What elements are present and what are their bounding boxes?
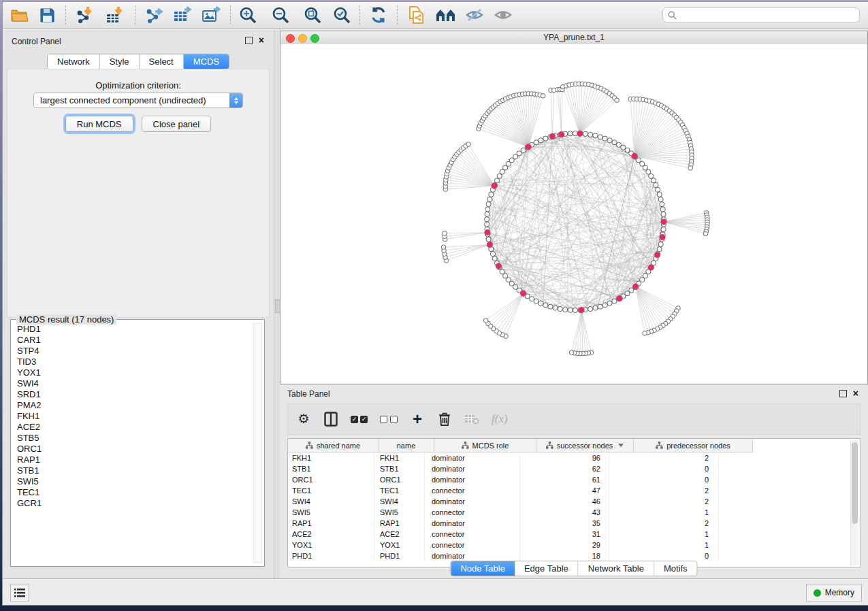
- network-node[interactable]: [612, 299, 617, 303]
- network-node[interactable]: [654, 182, 658, 187]
- network-node[interactable]: [563, 308, 568, 312]
- network-node[interactable]: [643, 331, 647, 336]
- mcds-result-item[interactable]: PHD1: [17, 324, 253, 335]
- dominator-node[interactable]: [485, 230, 491, 236]
- network-node[interactable]: [490, 252, 495, 257]
- mcds-result-item[interactable]: CAR1: [17, 335, 253, 346]
- refresh-layout-icon[interactable]: [368, 5, 389, 24]
- network-node[interactable]: [607, 138, 612, 143]
- table-row[interactable]: TEC1TEC1connector472: [288, 485, 850, 496]
- search-input[interactable]: [680, 10, 859, 20]
- mcds-result-item[interactable]: STB1: [17, 465, 253, 476]
- network-node[interactable]: [443, 231, 447, 236]
- table-scrollbar[interactable]: [850, 440, 858, 565]
- table-row[interactable]: ORC1ORC1dominator610: [288, 474, 850, 485]
- table-row[interactable]: SWI4SWI4dominator462: [288, 496, 850, 507]
- export-network-icon[interactable]: [144, 5, 165, 24]
- dominator-node[interactable]: [579, 307, 585, 313]
- network-node[interactable]: [602, 136, 607, 141]
- network-node[interactable]: [485, 222, 489, 227]
- table-row[interactable]: ACE2ACE2connector311: [288, 529, 850, 540]
- network-node[interactable]: [569, 350, 574, 355]
- table-row[interactable]: STB1STB1dominator620: [288, 463, 850, 474]
- network-node[interactable]: [548, 304, 553, 309]
- mcds-result-item[interactable]: YOX1: [17, 367, 253, 378]
- delete-row-icon[interactable]: [437, 410, 452, 428]
- dominator-node[interactable]: [617, 295, 623, 301]
- network-node[interactable]: [497, 174, 502, 178]
- network-node[interactable]: [703, 231, 708, 236]
- mcds-result-item[interactable]: SWI5: [17, 476, 253, 487]
- network-node[interactable]: [485, 217, 489, 222]
- mcds-result-item[interactable]: ORC1: [17, 444, 253, 455]
- network-graph[interactable]: [280, 44, 867, 384]
- tab-node-table[interactable]: Node Table: [451, 561, 515, 576]
- network-window-titlebar[interactable]: YPA_prune.txt_1: [280, 31, 867, 45]
- dominator-node[interactable]: [632, 284, 639, 290]
- network-node[interactable]: [568, 308, 573, 312]
- export-table-icon[interactable]: [173, 5, 193, 24]
- table-row[interactable]: SWI5SWI5connector431: [288, 507, 850, 518]
- memory-button[interactable]: Memory: [806, 584, 862, 601]
- column-header-shared-name[interactable]: shared name: [288, 439, 379, 452]
- network-node[interactable]: [656, 187, 660, 192]
- select-all-icon[interactable]: ✓✓: [351, 410, 368, 428]
- zoom-in-icon[interactable]: [238, 5, 258, 24]
- network-node[interactable]: [649, 174, 654, 178]
- tab-edge-table[interactable]: Edge Table: [515, 561, 579, 576]
- network-node[interactable]: [607, 301, 612, 306]
- table-row[interactable]: FKH1FKH1dominator962: [288, 452, 850, 463]
- dominator-node[interactable]: [487, 242, 493, 248]
- network-node[interactable]: [615, 98, 620, 103]
- task-history-button[interactable]: [10, 584, 29, 601]
- first-neighbors-icon[interactable]: [436, 5, 456, 24]
- network-canvas[interactable]: [280, 44, 867, 384]
- network-node[interactable]: [598, 304, 602, 309]
- network-node[interactable]: [441, 245, 446, 250]
- network-node[interactable]: [612, 140, 617, 145]
- export-image-icon[interactable]: [202, 5, 222, 24]
- network-node[interactable]: [483, 318, 488, 323]
- dominator-node[interactable]: [648, 265, 654, 271]
- open-file-icon[interactable]: [10, 5, 30, 24]
- network-node[interactable]: [661, 227, 666, 232]
- criterion-dropdown[interactable]: largest connected component (undirected): [33, 93, 243, 108]
- mcds-result-item[interactable]: GCR1: [17, 498, 253, 509]
- mcds-result-item[interactable]: STP4: [17, 346, 253, 357]
- network-node[interactable]: [593, 306, 598, 310]
- network-node[interactable]: [651, 178, 656, 183]
- float-panel-icon[interactable]: [245, 37, 253, 44]
- network-node[interactable]: [660, 207, 665, 212]
- dominator-node[interactable]: [496, 263, 502, 269]
- dominator-node[interactable]: [549, 133, 556, 139]
- show-all-icon[interactable]: [493, 5, 513, 24]
- network-node[interactable]: [466, 142, 471, 147]
- network-node[interactable]: [588, 132, 593, 137]
- close-table-panel-icon[interactable]: ×: [853, 391, 858, 397]
- dominator-node[interactable]: [632, 153, 638, 159]
- mcds-result-item[interactable]: TID3: [17, 357, 253, 367]
- network-node[interactable]: [541, 94, 545, 99]
- search-field[interactable]: [662, 7, 860, 22]
- network-node[interactable]: [658, 242, 663, 246]
- hide-selected-icon[interactable]: [464, 5, 485, 24]
- dominator-node[interactable]: [660, 234, 666, 240]
- network-node[interactable]: [487, 197, 492, 201]
- zoom-fit-icon[interactable]: [302, 5, 323, 24]
- mcds-result-item[interactable]: ACE2: [17, 422, 253, 433]
- tab-style[interactable]: Style: [100, 54, 140, 69]
- network-node[interactable]: [543, 303, 548, 308]
- network-node[interactable]: [657, 247, 662, 252]
- tab-select[interactable]: Select: [140, 54, 184, 69]
- network-node[interactable]: [657, 192, 662, 197]
- tab-network-table[interactable]: Network Table: [579, 561, 654, 576]
- tab-network[interactable]: Network: [48, 54, 100, 69]
- network-node[interactable]: [486, 237, 491, 242]
- tab-mcds[interactable]: MCDS: [184, 54, 229, 69]
- column-header-predecessor-nodes[interactable]: predecessor nodes: [634, 439, 753, 452]
- dominator-node[interactable]: [558, 131, 564, 137]
- mcds-result-item[interactable]: SRD1: [17, 389, 253, 400]
- mcds-result-item[interactable]: TEC1: [17, 487, 253, 498]
- show-columns-icon[interactable]: [323, 410, 338, 428]
- save-session-icon[interactable]: [37, 5, 57, 24]
